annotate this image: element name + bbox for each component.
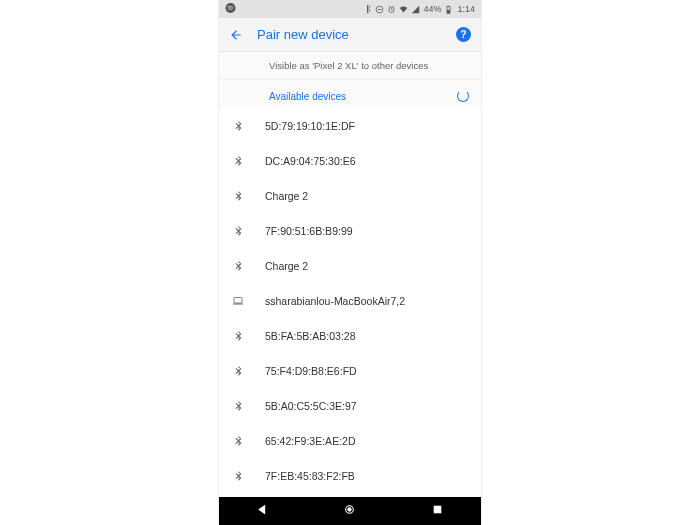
- device-name: Charge 2: [265, 190, 308, 202]
- clock: 1:14: [457, 4, 475, 14]
- laptop-icon: [231, 295, 245, 307]
- bluetooth-icon: [231, 435, 245, 447]
- device-row[interactable]: 5B:A0:C5:5C:3E:97: [219, 388, 481, 423]
- bluetooth-icon: [231, 400, 245, 412]
- bluetooth-icon: [231, 365, 245, 377]
- battery-percent: 44%: [423, 4, 441, 14]
- phone-frame: 44% 1:14 Pair new device ? Visible as 'P…: [219, 0, 481, 525]
- device-name: 5B:FA:5B:AB:03:28: [265, 330, 355, 342]
- dnd-icon: [375, 5, 384, 14]
- device-name: 5D:79:19:10:1E:DF: [265, 120, 355, 132]
- nav-back-button[interactable]: [236, 498, 289, 524]
- navigation-bar: [219, 497, 481, 525]
- device-list: 5D:79:19:10:1E:DFDC:A9:04:75:30:E6Charge…: [219, 108, 481, 497]
- bluetooth-icon: [363, 5, 372, 14]
- device-name: 7F:EB:45:83:F2:FB: [265, 470, 355, 482]
- device-row[interactable]: 75:F4:D9:B8:E6:FD: [219, 353, 481, 388]
- device-row[interactable]: DC:A9:04:75:30:E6: [219, 143, 481, 178]
- bluetooth-icon: [231, 330, 245, 342]
- status-icons: 44%: [363, 4, 453, 14]
- bluetooth-icon: [231, 470, 245, 482]
- svg-rect-11: [434, 506, 442, 514]
- bluetooth-icon: [231, 120, 245, 132]
- section-label: Available devices: [269, 91, 346, 102]
- device-name: Charge 2: [265, 260, 308, 272]
- device-name: 7F:90:51:6B:B9:99: [265, 225, 353, 237]
- available-devices-header: Available devices: [219, 80, 481, 108]
- device-name: 75:F4:D9:B8:E6:FD: [265, 365, 357, 377]
- svg-rect-6: [448, 5, 450, 6]
- bluetooth-icon: [231, 190, 245, 202]
- page-title: Pair new device: [257, 27, 442, 42]
- spotify-icon: [225, 3, 236, 16]
- bluetooth-icon: [231, 155, 245, 167]
- device-name: DC:A9:04:75:30:E6: [265, 155, 355, 167]
- svg-rect-7: [234, 297, 242, 303]
- device-name: ssharabianlou-MacBookAir7,2: [265, 295, 405, 307]
- battery-icon: [444, 5, 453, 14]
- device-name: 65:42:F9:3E:AE:2D: [265, 435, 355, 447]
- device-row[interactable]: 7F:90:51:6B:B9:99: [219, 213, 481, 248]
- device-name: 5B:A0:C5:5C:3E:97: [265, 400, 357, 412]
- device-row[interactable]: Charge 2: [219, 248, 481, 283]
- wifi-icon: [399, 5, 408, 14]
- visibility-notice: Visible as 'Pixel 2 XL' to other devices: [219, 52, 481, 80]
- status-bar: 44% 1:14: [219, 0, 481, 18]
- device-row[interactable]: 7F:EB:45:83:F2:FB: [219, 458, 481, 493]
- device-row[interactable]: 65:42:F9:3E:AE:2D: [219, 423, 481, 458]
- device-row[interactable]: ssharabianlou-MacBookAir7,2: [219, 283, 481, 318]
- bluetooth-icon: [231, 260, 245, 272]
- svg-point-10: [348, 507, 352, 511]
- nav-home-button[interactable]: [323, 498, 376, 524]
- bluetooth-icon: [231, 225, 245, 237]
- svg-rect-8: [233, 303, 243, 304]
- svg-rect-5: [447, 9, 450, 12]
- app-bar: Pair new device ?: [219, 18, 481, 52]
- device-row[interactable]: 5B:FA:5B:AB:03:28: [219, 318, 481, 353]
- device-row[interactable]: 5D:79:19:10:1E:DF: [219, 108, 481, 143]
- help-icon[interactable]: ?: [456, 27, 471, 42]
- scanning-spinner-icon: [457, 90, 469, 102]
- signal-icon: [411, 5, 420, 14]
- device-row[interactable]: Charge 2: [219, 178, 481, 213]
- alarm-icon: [387, 5, 396, 14]
- back-arrow-icon[interactable]: [229, 28, 243, 42]
- nav-recent-button[interactable]: [411, 498, 464, 524]
